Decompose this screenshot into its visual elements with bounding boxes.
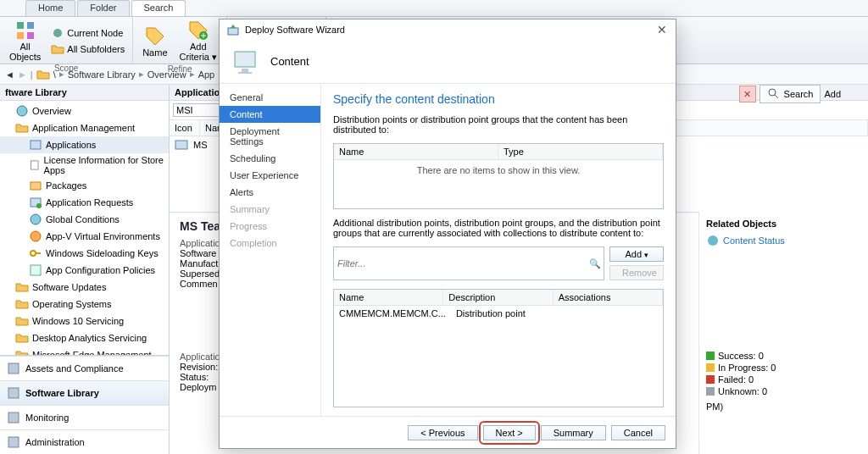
svg-point-19 <box>31 251 36 256</box>
search-button[interactable]: Search <box>760 85 821 103</box>
chart-icon <box>706 234 720 247</box>
filter-search-icon[interactable]: 🔍 <box>587 247 604 280</box>
nav-item-13[interactable]: Desktop Analytics Servicing <box>0 329 169 346</box>
nav-item-5[interactable]: Application Requests <box>0 194 169 211</box>
wizard-close-button[interactable]: ✕ <box>655 23 669 36</box>
svg-rect-25 <box>175 141 187 149</box>
wb-icon <box>7 411 20 424</box>
back-icon[interactable]: ◄ <box>5 69 14 80</box>
tab-home[interactable]: Home <box>25 0 75 16</box>
all-objects-label: All Objects <box>9 42 41 62</box>
wizard-title: Deploy Software Wizard <box>245 25 345 35</box>
wizard-step-completion: Completion <box>220 235 320 252</box>
clear-search-button[interactable]: ✕ <box>739 86 756 102</box>
svg-rect-0 <box>17 22 24 29</box>
app-icon <box>175 138 188 152</box>
crumb-3[interactable]: App <box>198 69 215 80</box>
add-criteria-icon <box>188 20 209 41</box>
wizard-step-content[interactable]: Content <box>220 106 320 123</box>
nav-item-10[interactable]: Software Updates <box>0 279 169 296</box>
wunderbar-assets-and-compliance[interactable]: Assets and Compliance <box>0 356 169 380</box>
nav-item-3[interactable]: License Information for Store Apps <box>0 153 169 177</box>
wizard-text-2: Additional distribution points, distribu… <box>333 218 664 238</box>
wizard-step-summary: Summary <box>220 201 320 218</box>
wizard-step-deployment-settings[interactable]: Deployment Settings <box>220 123 320 150</box>
all-objects-button[interactable]: All Objects <box>5 19 45 64</box>
nav-panel: ftware Library OverviewApplication Manag… <box>0 85 170 454</box>
nav-tree[interactable]: OverviewApplication ManagementApplicatio… <box>0 101 169 355</box>
wizard-step-alerts[interactable]: Alerts <box>220 184 320 201</box>
nav-item-0[interactable]: Overview <box>0 102 169 119</box>
app-icon <box>29 138 42 152</box>
status-color <box>706 387 715 396</box>
wizard-step-general[interactable]: General <box>220 89 320 106</box>
svg-rect-28 <box>228 28 238 35</box>
add-criteria-button[interactable]: Add Criteria ▾ <box>175 19 222 64</box>
nav-item-1[interactable]: Application Management <box>0 119 169 136</box>
ribbon-tabs: Home Folder Search <box>0 0 868 17</box>
svg-rect-14 <box>31 182 41 190</box>
all-subfolders-button[interactable]: All Subfolders <box>48 42 127 57</box>
nav-item-12[interactable]: Windows 10 Servicing <box>0 313 169 329</box>
svg-rect-31 <box>238 72 252 74</box>
folder-icon <box>36 68 50 81</box>
wb-icon <box>7 435 20 449</box>
tab-folder[interactable]: Folder <box>77 0 129 16</box>
nav-item-4[interactable]: Packages <box>0 177 169 194</box>
next-button[interactable]: Next > <box>483 425 536 440</box>
name-button[interactable]: Name <box>138 25 171 59</box>
filter-input[interactable] <box>334 247 587 280</box>
nav-item-11[interactable]: Operating Systems <box>0 296 169 313</box>
content-status-link[interactable]: Content Status <box>706 234 861 247</box>
remove-button: Remove <box>609 265 664 280</box>
cancel-button[interactable]: Cancel <box>611 425 665 440</box>
crumb-2[interactable]: Overview <box>147 69 186 80</box>
status-chip: Failed: 0 <box>706 374 861 385</box>
summary-button[interactable]: Summary <box>541 425 606 440</box>
wizard-nav: GeneralContentDeployment SettingsSchedul… <box>220 84 321 416</box>
deploy-wizard-dialog: Deploy Software Wizard ✕ Content General… <box>219 19 676 449</box>
wizard-step-user-experience[interactable]: User Experience <box>220 167 320 184</box>
tab-search[interactable]: Search <box>131 0 186 16</box>
wizard-text-1: Distribution points or distribution poin… <box>333 114 664 135</box>
nav-title: ftware Library <box>0 85 169 101</box>
nav-item-9[interactable]: App Configuration Policies <box>0 262 169 279</box>
current-node-button[interactable]: Current Node <box>48 25 127 41</box>
add-search-label[interactable]: Add <box>824 89 841 99</box>
svg-rect-3 <box>27 32 34 39</box>
add-button[interactable]: Add <box>609 246 664 262</box>
status-chip: In Progress: 0 <box>706 363 861 373</box>
nav-item-6[interactable]: Global Conditions <box>0 211 169 228</box>
key-icon <box>29 246 42 260</box>
globe-icon <box>15 104 29 118</box>
related-title: Related Objects <box>706 219 861 229</box>
previous-button[interactable]: < Previous <box>408 425 477 440</box>
additional-table[interactable]: Name Description Associations CMMEMCM.ME… <box>333 289 664 407</box>
table-row[interactable]: CMMEMCM.MEMCM.C... Distribution point <box>334 306 663 321</box>
crumb-1[interactable]: Software Library <box>68 69 136 80</box>
fwd-icon[interactable]: ► <box>18 69 27 80</box>
search-toolbar: ✕ Search Add <box>739 85 841 103</box>
wunderbar-software-library[interactable]: Software Library <box>0 380 169 405</box>
svg-point-16 <box>36 203 42 208</box>
svg-rect-22 <box>8 388 19 398</box>
svg-point-27 <box>769 89 776 96</box>
svg-rect-2 <box>17 32 24 39</box>
wizard-step-scheduling[interactable]: Scheduling <box>220 150 320 167</box>
nav-item-7[interactable]: App-V Virtual Environments <box>0 228 169 245</box>
pm-label: PM) <box>706 401 861 412</box>
nav-item-8[interactable]: Windows Sideloading Keys <box>0 245 169 262</box>
wizard-banner-label: Content <box>270 55 309 68</box>
pkg-icon <box>29 179 42 192</box>
svg-rect-23 <box>8 412 19 423</box>
wunderbar-monitoring[interactable]: Monitoring <box>0 405 169 429</box>
wunderbar-administration[interactable]: Administration <box>0 429 169 454</box>
folder-icon <box>15 280 29 294</box>
wb-icon <box>7 386 20 400</box>
wb-icon <box>7 362 20 375</box>
svg-point-17 <box>31 214 41 224</box>
svg-rect-30 <box>242 69 248 72</box>
nav-item-14[interactable]: Microsoft Edge Management <box>0 346 169 355</box>
node-icon <box>51 26 64 40</box>
nav-item-2[interactable]: Applications <box>0 136 169 153</box>
